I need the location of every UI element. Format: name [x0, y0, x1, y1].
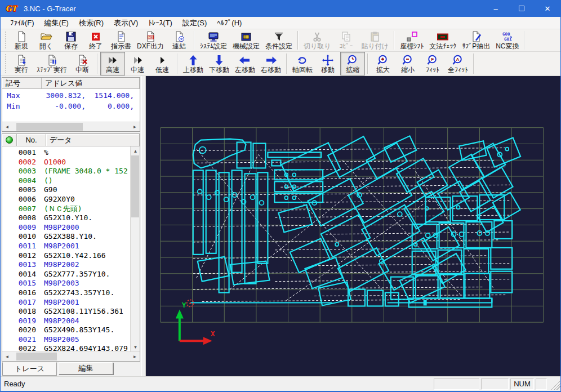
code-row[interactable]: 0022G52X824.694Y143.079	[2, 344, 130, 351]
code-row[interactable]: 0001%	[2, 148, 130, 158]
scroll-left-icon[interactable]: ◄	[2, 352, 12, 361]
fast-button[interactable]: 高速	[100, 52, 125, 75]
move-right-button[interactable]: 右移動	[258, 52, 284, 75]
zoom-button[interactable]: 拡縮	[340, 52, 365, 75]
address-rows: Max3000.832,1514.000,Min-0.000,0.000,	[2, 89, 140, 122]
menu-item-3[interactable]: 表示(V)	[109, 17, 143, 29]
subp-icon	[469, 30, 483, 43]
code-row[interactable]: 0008G52X10.Y10.	[2, 213, 130, 223]
save-button[interactable]: 保存	[59, 29, 83, 51]
code-row[interactable]: 0004()	[2, 176, 130, 186]
axis-rotate-button[interactable]: 軸回転	[290, 52, 315, 75]
fit-all-button[interactable]: A全ﾌｨｯﾄ	[445, 52, 471, 75]
nc-convert-button[interactable]: G00G01NC変換	[493, 29, 522, 51]
app-logo-icon: GT	[5, 3, 19, 14]
condition-settings-button[interactable]: 条件設定	[262, 29, 295, 51]
scroll-left-icon[interactable]: ◄	[2, 122, 12, 131]
new-button[interactable]: 新規	[9, 29, 34, 51]
code-row[interactable]: 0016G52X2743.357Y10.	[2, 288, 130, 298]
zoom-out-button[interactable]: 縮小	[395, 52, 420, 75]
system-settings-button[interactable]: ｼｽﾃﾑ設定	[197, 29, 230, 51]
code-row[interactable]: 0009M98P2000	[2, 223, 130, 233]
code-row[interactable]: 0002O1000	[2, 158, 130, 167]
move-up-button[interactable]: 上移動	[180, 52, 206, 75]
floppy-icon	[64, 30, 78, 43]
scroll-thumb[interactable]	[16, 123, 83, 131]
concatenate-button[interactable]: 連結	[167, 29, 192, 51]
slow-button[interactable]: 低速	[150, 52, 175, 75]
menu-item-1[interactable]: 編集(E)	[39, 17, 74, 29]
address-row[interactable]: Max3000.832,1514.000,	[2, 90, 140, 101]
toolbar-separator	[194, 31, 195, 50]
move-down-button[interactable]: 下移動	[206, 52, 232, 75]
tab-trace[interactable]: トレース	[2, 362, 57, 376]
panel-splitter[interactable]	[141, 76, 146, 376]
work-report-button[interactable]: 指示書	[108, 29, 134, 51]
syntax-icon	[436, 30, 449, 43]
cut-button[interactable]: 切り取り	[301, 29, 334, 51]
run-button[interactable]: 実行	[9, 52, 34, 75]
code-row[interactable]: 0018G52X108.11Y156.361	[2, 307, 130, 317]
move-left-button[interactable]: 左移動	[232, 52, 258, 75]
code-row[interactable]: 0013M98P2002	[2, 260, 130, 270]
close-button[interactable]: ✕	[535, 0, 560, 17]
pan-button[interactable]: 移動	[315, 52, 340, 75]
code-row[interactable]: 0003(FRAME 3048.0 * 152	[2, 167, 130, 176]
scroll-down-icon[interactable]: ▼	[131, 342, 140, 351]
scroll-up-icon[interactable]: ▲	[131, 146, 140, 155]
address-hscrollbar[interactable]: ◄ ►	[2, 122, 140, 131]
subp-extract-button[interactable]: ｻﾌﾞP抽出	[459, 29, 493, 51]
code-row[interactable]: 0012G52X10.Y42.166	[2, 251, 130, 261]
scroll-right-icon[interactable]: ►	[130, 352, 140, 361]
dxf-output-button[interactable]: DXFDXF出力	[134, 29, 167, 51]
nc-trace-drawing[interactable]: YX	[146, 76, 560, 376]
code-vscrollbar[interactable]: ▲ ▼	[130, 146, 140, 351]
code-table: No. データ 0001%0002O10000003(FRAME 3048.0 …	[2, 133, 140, 362]
funnel-icon	[272, 30, 286, 43]
paste-button[interactable]: 貼り付け	[359, 29, 392, 51]
medium-button[interactable]: 中速	[125, 52, 150, 75]
menu-item-0[interactable]: ﾌｧｲﾙ(F)	[5, 17, 39, 28]
code-row[interactable]: 0007(ＮＣ先頭)	[2, 204, 130, 214]
code-row[interactable]: 0006G92X0Y0	[2, 195, 130, 204]
scroll-right-icon[interactable]: ►	[130, 122, 140, 131]
tab-edit[interactable]: 編集	[59, 362, 113, 375]
code-row[interactable]: 0020G52X490.853Y145.	[2, 326, 130, 335]
code-row[interactable]: 0005G90	[2, 185, 130, 195]
dxf-icon: DXF	[144, 30, 157, 43]
address-row[interactable]: Min-0.000,0.000,	[2, 101, 140, 112]
minimize-button[interactable]: –	[483, 0, 509, 17]
coord-shift-button[interactable]: 座標ｼﾌﾄ	[397, 29, 426, 51]
menu-item-6[interactable]: ﾍﾙﾌﾟ(H)	[212, 17, 247, 28]
syntax-check-button[interactable]: 文法ﾁｪｯｸ	[426, 29, 459, 51]
abort-button[interactable]: 中断	[70, 52, 95, 75]
trace-canvas[interactable]: YX	[146, 76, 560, 376]
zoom-in-button[interactable]: 拡大	[371, 52, 395, 75]
toolbar-separator	[97, 54, 98, 74]
code-row[interactable]: 0021M98P2005	[2, 335, 130, 345]
exit-button[interactable]: 終了	[83, 29, 108, 51]
scroll-thumb[interactable]	[16, 353, 57, 360]
menu-item-5[interactable]: 設定(S)	[177, 17, 212, 29]
code-row[interactable]: 0010G52X388.Y10.	[2, 232, 130, 242]
code-row[interactable]: 0015M98P2003	[2, 279, 130, 288]
machine-icon	[239, 30, 253, 43]
open-button[interactable]: 開く	[34, 29, 59, 51]
maximize-button[interactable]	[509, 0, 535, 17]
machine-settings-button[interactable]: 機械設定	[230, 29, 262, 51]
menu-item-4[interactable]: ﾄﾚｰｽ(T)	[143, 17, 177, 28]
copy-button[interactable]: ｺﾋﾟｰ	[334, 29, 359, 51]
toolbar-grip[interactable]	[5, 32, 8, 49]
code-hscrollbar[interactable]: ◄ ►	[2, 351, 140, 361]
resize-grip[interactable]	[549, 378, 560, 390]
code-row[interactable]: 0019M98P2004	[2, 317, 130, 326]
code-row[interactable]: 0014G52X777.357Y10.	[2, 270, 130, 279]
fit-button[interactable]: Fﾌｨｯﾄ	[420, 52, 445, 75]
code-row[interactable]: 0011M98P2001	[2, 242, 130, 251]
menu-item-2[interactable]: 検索(R)	[74, 17, 109, 29]
code-row[interactable]: 0017M98P2001	[2, 298, 130, 308]
toolbar-grip[interactable]	[5, 54, 8, 73]
scroll-thumb[interactable]	[131, 155, 139, 217]
exit-icon	[89, 30, 103, 43]
step-run-button[interactable]: ｽﾃｯﾌﾟ実行	[34, 52, 70, 75]
